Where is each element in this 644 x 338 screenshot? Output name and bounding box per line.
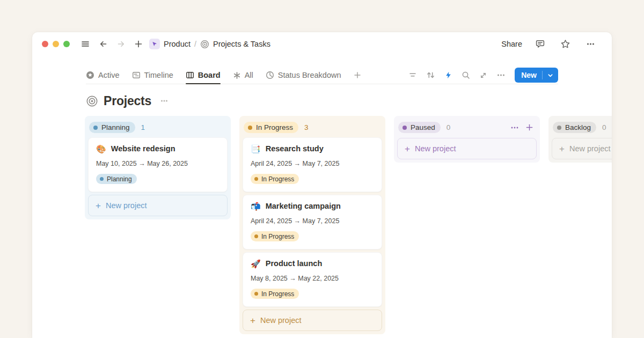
column-count: 0 [447, 123, 451, 131]
new-project-button[interactable]: + New project [88, 195, 228, 216]
app-window: Product / Projects & Tasks Share Ac [32, 32, 612, 338]
asterisk-icon [233, 71, 241, 79]
card-title: Website redesign [111, 144, 175, 153]
favorite-star-icon[interactable] [558, 37, 573, 51]
page-target-icon [86, 95, 98, 107]
tab-active[interactable]: Active [86, 67, 120, 84]
card-dates: May 10, 2025 → May 26, 2025 [96, 160, 219, 167]
tab-all[interactable]: All [233, 67, 253, 84]
new-page-button[interactable] [132, 38, 145, 50]
card-dates: April 24, 2025 → May 7, 2025 [251, 160, 374, 167]
page-title: Projects [104, 94, 151, 108]
status-pill-in-progress[interactable]: In Progress [244, 122, 298, 133]
column-in-progress: In Progress 3 📑 Research study April 24,… [239, 116, 385, 334]
board-icon [186, 71, 194, 79]
status-pill-backlog[interactable]: Backlog [553, 122, 596, 133]
minimize-window-button[interactable] [53, 41, 59, 47]
plus-icon: + [405, 144, 410, 153]
column-header: Planning 1 [88, 119, 228, 137]
new-button[interactable]: New [515, 68, 558, 83]
status-pill-planning[interactable]: Planning [89, 122, 135, 133]
card-dates: May 8, 2025 → May 22, 2025 [251, 275, 374, 282]
card-emoji: 🎨 [96, 145, 106, 153]
column-header: Backlog 0 [552, 119, 612, 137]
sort-icon[interactable] [426, 71, 435, 79]
zoom-window-button[interactable] [63, 41, 70, 47]
column-paused: Paused 0 + New project [394, 116, 540, 163]
card-status-pill[interactable]: In Progress [251, 174, 299, 184]
column-planning: Planning 1 🎨 Website redesign May 10, 20… [85, 116, 231, 219]
project-card[interactable]: 📬 Marketing campaign April 24, 2025 → Ma… [243, 195, 382, 249]
status-dot-icon [248, 126, 252, 130]
card-dates: April 24, 2025 → May 7, 2025 [251, 217, 374, 225]
card-emoji: 🚀 [251, 260, 261, 268]
column-add-icon[interactable] [525, 123, 533, 131]
sidebar-menu-icon[interactable] [78, 38, 92, 50]
card-status-pill[interactable]: In Progress [251, 289, 299, 299]
card-emoji: 📑 [251, 145, 261, 153]
column-backlog: Backlog 0 + New project [548, 116, 612, 163]
card-title: Product launch [266, 259, 323, 268]
view-tabs-bar: Active Timeline Board All Status Breakdo… [86, 67, 558, 84]
breadcrumb: Product / Projects & Tasks [149, 39, 270, 49]
expand-icon[interactable] [479, 71, 487, 79]
new-project-button[interactable]: + New project [397, 138, 537, 159]
chevron-down-icon[interactable] [543, 72, 558, 78]
new-project-button[interactable]: + New project [243, 310, 382, 331]
target-icon [200, 40, 209, 49]
starred-circle-icon [86, 71, 94, 79]
back-button[interactable] [97, 38, 110, 50]
status-dot-icon [254, 292, 258, 296]
status-dot-icon [254, 177, 258, 181]
search-icon[interactable] [462, 71, 470, 79]
project-card[interactable]: 📑 Research study April 24, 2025 → May 7,… [243, 137, 382, 192]
breadcrumb-page[interactable]: Projects & Tasks [213, 40, 270, 48]
breadcrumb-workspace[interactable]: Product [164, 40, 191, 48]
card-title: Marketing campaign [266, 202, 341, 210]
status-dot-icon [557, 126, 561, 130]
card-title: Research study [266, 144, 324, 153]
project-card[interactable]: 🚀 Product launch May 8, 2025 → May 22, 2… [243, 252, 382, 307]
status-dot-icon [93, 126, 98, 130]
add-view-icon[interactable] [353, 67, 362, 84]
tab-timeline[interactable]: Timeline [132, 67, 173, 84]
status-dot-icon [402, 126, 407, 130]
comments-icon[interactable] [533, 37, 547, 51]
column-count: 3 [304, 123, 309, 131]
workspace-cursor-icon[interactable] [149, 39, 160, 49]
kanban-board: Planning 1 🎨 Website redesign May 10, 20… [32, 116, 612, 338]
column-count: 1 [141, 123, 145, 131]
new-project-button[interactable]: + New project [552, 138, 612, 159]
project-card[interactable]: 🎨 Website redesign May 10, 2025 → May 26… [88, 137, 228, 192]
page-header: Projects [86, 92, 558, 110]
pie-chart-icon [266, 71, 274, 79]
status-pill-paused[interactable]: Paused [398, 122, 441, 133]
window-controls [42, 41, 70, 47]
new-button-label: New [515, 71, 542, 79]
tab-board[interactable]: Board [186, 67, 221, 84]
card-status-pill[interactable]: Planning [96, 174, 137, 184]
plus-icon: + [96, 201, 101, 210]
card-emoji: 📬 [251, 202, 261, 210]
view-more-icon[interactable] [496, 71, 506, 79]
automation-lightning-icon[interactable] [444, 71, 452, 79]
card-status-pill[interactable]: In Progress [251, 231, 299, 241]
column-header: In Progress 3 [243, 119, 382, 137]
forward-button[interactable] [114, 38, 128, 50]
filter-icon[interactable] [408, 71, 417, 79]
page-title-more-icon[interactable] [159, 96, 170, 106]
breadcrumb-separator: / [194, 40, 196, 48]
column-more-icon[interactable] [510, 124, 519, 131]
status-dot-icon [100, 177, 104, 181]
timeline-icon [132, 71, 141, 79]
plus-icon: + [250, 316, 255, 325]
column-header: Paused 0 [397, 119, 537, 137]
tab-status-breakdown[interactable]: Status Breakdown [266, 67, 341, 84]
status-dot-icon [254, 234, 258, 238]
plus-icon: + [559, 144, 565, 153]
more-options-icon[interactable] [583, 37, 598, 51]
share-button[interactable]: Share [501, 40, 522, 48]
titlebar: Product / Projects & Tasks Share [32, 32, 612, 56]
column-count: 0 [602, 123, 606, 131]
close-window-button[interactable] [42, 41, 48, 47]
